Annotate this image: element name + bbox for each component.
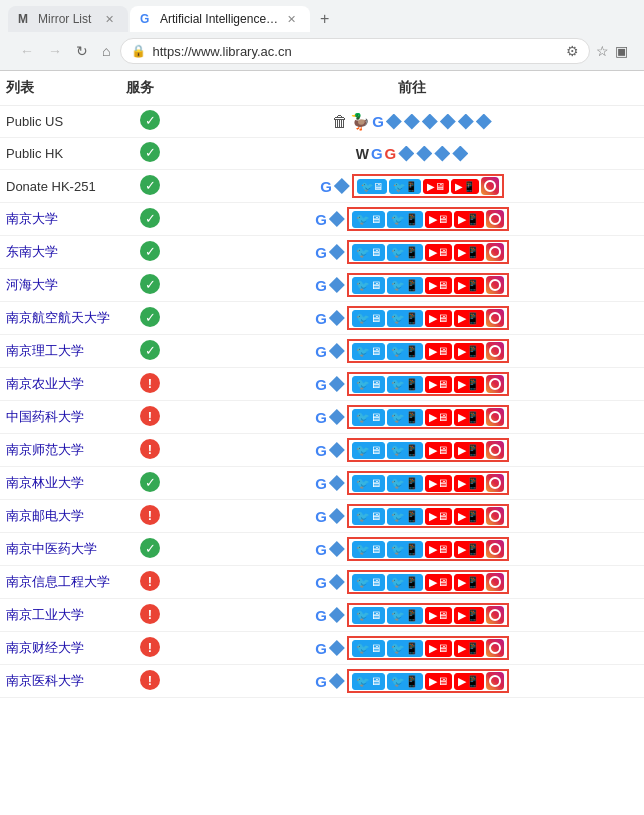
diamond-icon[interactable] bbox=[329, 244, 345, 260]
instagram-icon[interactable] bbox=[486, 375, 504, 393]
youtube-desktop-icon[interactable]: ▶🖥 bbox=[425, 640, 452, 657]
google-icon[interactable]: G bbox=[315, 211, 327, 228]
wikipedia-icon[interactable]: W bbox=[356, 146, 369, 162]
youtube-desktop-icon[interactable]: ▶🖥 bbox=[425, 607, 452, 624]
trash-icon[interactable]: 🗑 bbox=[332, 113, 348, 131]
diamond-icon[interactable] bbox=[329, 607, 345, 623]
google-icon[interactable]: G bbox=[372, 113, 384, 130]
google-icon[interactable]: G bbox=[315, 442, 327, 459]
youtube-desktop-icon[interactable]: ▶🖥 bbox=[425, 541, 452, 558]
youtube-desktop-icon[interactable]: ▶🖥 bbox=[425, 574, 452, 591]
reload-button[interactable]: ↻ bbox=[72, 41, 92, 61]
address-bar[interactable]: 🔒 https://www.library.ac.cn ⚙ bbox=[120, 38, 590, 64]
diamond-icon[interactable] bbox=[386, 114, 402, 130]
twitter-desktop-icon[interactable]: 🐦🖥 bbox=[352, 211, 385, 228]
row-name[interactable]: 东南大学 bbox=[0, 236, 120, 269]
diamond-icon[interactable] bbox=[329, 409, 345, 425]
tab-mirror-list[interactable]: M Mirror List ✕ bbox=[8, 6, 128, 32]
diamond-icon[interactable] bbox=[334, 178, 350, 194]
twitter-mobile-icon[interactable]: 🐦📱 bbox=[387, 244, 423, 261]
diamond-icon[interactable] bbox=[329, 508, 345, 524]
twitter-mobile-icon[interactable]: 🐦📱 bbox=[387, 673, 423, 690]
home-button[interactable]: ⌂ bbox=[98, 41, 114, 61]
diamond-icon[interactable] bbox=[329, 574, 345, 590]
youtube-mobile-icon[interactable]: ▶📱 bbox=[454, 475, 484, 492]
instagram-icon[interactable] bbox=[486, 672, 504, 690]
twitter-desktop-icon[interactable]: 🐦🖥 bbox=[352, 409, 385, 426]
tab-ai-google[interactable]: G Artificial Intelligence - Google S ✕ bbox=[130, 6, 310, 32]
google-icon[interactable]: G bbox=[315, 640, 327, 657]
bookmark-icon[interactable]: ☆ bbox=[596, 43, 609, 59]
twitter-mobile-icon[interactable]: 🐦📱 bbox=[387, 343, 423, 360]
row-name[interactable]: Public HK bbox=[0, 138, 120, 170]
twitter-mobile-icon[interactable]: 🐦📱 bbox=[387, 607, 423, 624]
instagram-icon[interactable] bbox=[486, 276, 504, 294]
youtube-desktop-icon[interactable]: ▶🖥 bbox=[425, 508, 452, 525]
diamond-icon[interactable] bbox=[404, 114, 420, 130]
twitter-mobile-icon[interactable]: 🐦📱 bbox=[387, 541, 423, 558]
google-icon[interactable]: G bbox=[315, 277, 327, 294]
youtube-desktop-icon[interactable]: ▶🖥 bbox=[425, 673, 452, 690]
twitter-mobile-icon[interactable]: 🐦📱 bbox=[387, 574, 423, 591]
sidebar-icon[interactable]: ▣ bbox=[615, 43, 628, 59]
twitter-desktop-icon[interactable]: 🐦🖥 bbox=[352, 277, 385, 294]
twitter-mobile-icon[interactable]: 🐦📱 bbox=[387, 277, 423, 294]
row-name[interactable]: 南京大学 bbox=[0, 203, 120, 236]
youtube-mobile-icon[interactable]: ▶📱 bbox=[454, 376, 484, 393]
row-name[interactable]: 南京农业大学 bbox=[0, 368, 120, 401]
youtube-desktop-icon[interactable]: ▶🖥 bbox=[425, 211, 452, 228]
youtube-mobile-icon[interactable]: ▶📱 bbox=[454, 640, 484, 657]
youtube-mobile-icon[interactable]: ▶📱 bbox=[454, 244, 484, 261]
instagram-icon[interactable] bbox=[486, 474, 504, 492]
forward-button[interactable]: → bbox=[44, 41, 66, 61]
google-icon[interactable]: G bbox=[315, 607, 327, 624]
google-icon-2[interactable]: G bbox=[385, 145, 397, 162]
row-name[interactable]: 河海大学 bbox=[0, 269, 120, 302]
diamond-icon[interactable] bbox=[329, 343, 345, 359]
youtube-desktop-icon[interactable]: ▶🖥 bbox=[425, 244, 452, 261]
twitter-desktop-icon[interactable]: 🐦🖥 bbox=[352, 607, 385, 624]
back-button[interactable]: ← bbox=[16, 41, 38, 61]
diamond-icon[interactable] bbox=[329, 310, 345, 326]
twitter-desktop-icon[interactable]: 🐦🖥 bbox=[352, 574, 385, 591]
youtube-desktop-icon[interactable]: ▶🖥 bbox=[423, 179, 449, 194]
google-icon[interactable]: G bbox=[315, 475, 327, 492]
instagram-icon[interactable] bbox=[486, 441, 504, 459]
diamond-icon[interactable] bbox=[329, 541, 345, 557]
instagram-icon[interactable] bbox=[486, 309, 504, 327]
row-name[interactable]: Donate HK-251 bbox=[0, 170, 120, 203]
youtube-desktop-icon[interactable]: ▶🖥 bbox=[425, 376, 452, 393]
twitter-mobile-icon[interactable]: 🐦📱 bbox=[387, 376, 423, 393]
twitter-desktop-icon[interactable]: 🐦🖥 bbox=[352, 310, 385, 327]
twitter-mobile-icon[interactable]: 🐦📱 bbox=[389, 179, 421, 194]
youtube-mobile-icon[interactable]: ▶📱 bbox=[454, 607, 484, 624]
row-name[interactable]: 南京邮电大学 bbox=[0, 500, 120, 533]
tab-close-1[interactable]: ✕ bbox=[103, 13, 116, 26]
row-name[interactable]: 南京中医药大学 bbox=[0, 533, 120, 566]
diamond-icon[interactable] bbox=[329, 211, 345, 227]
youtube-mobile-icon[interactable]: ▶📱 bbox=[454, 541, 484, 558]
google-icon[interactable]: G bbox=[315, 541, 327, 558]
row-name[interactable]: 南京医科大学 bbox=[0, 665, 120, 698]
duckduckgo-icon[interactable]: 🦆 bbox=[350, 112, 370, 131]
google-icon[interactable]: G bbox=[315, 409, 327, 426]
youtube-mobile-icon[interactable]: ▶📱 bbox=[454, 673, 484, 690]
tab-close-2[interactable]: ✕ bbox=[285, 13, 298, 26]
youtube-mobile-icon[interactable]: ▶📱 bbox=[454, 574, 484, 591]
twitter-desktop-icon[interactable]: 🐦🖥 bbox=[352, 640, 385, 657]
twitter-desktop-icon[interactable]: 🐦🖥 bbox=[352, 343, 385, 360]
twitter-mobile-icon[interactable]: 🐦📱 bbox=[387, 211, 423, 228]
youtube-mobile-icon[interactable]: ▶📱 bbox=[454, 442, 484, 459]
diamond-icon[interactable] bbox=[329, 673, 345, 689]
row-name[interactable]: 南京师范大学 bbox=[0, 434, 120, 467]
instagram-icon[interactable] bbox=[486, 408, 504, 426]
twitter-desktop-icon[interactable]: 🐦🖥 bbox=[352, 244, 385, 261]
instagram-icon[interactable] bbox=[486, 639, 504, 657]
diamond-icon[interactable] bbox=[329, 442, 345, 458]
diamond-icon[interactable] bbox=[329, 376, 345, 392]
youtube-mobile-icon[interactable]: ▶📱 bbox=[454, 211, 484, 228]
youtube-mobile-icon[interactable]: ▶📱 bbox=[454, 343, 484, 360]
twitter-mobile-icon[interactable]: 🐦📱 bbox=[387, 310, 423, 327]
row-name[interactable]: Public US bbox=[0, 106, 120, 138]
new-tab-button[interactable]: + bbox=[312, 6, 337, 32]
